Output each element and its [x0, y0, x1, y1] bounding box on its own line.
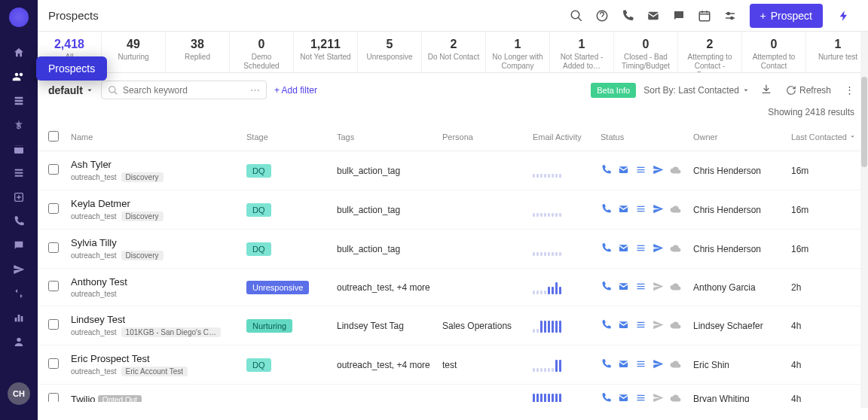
cloud-icon[interactable] — [670, 281, 681, 294]
cloud-icon[interactable] — [670, 319, 681, 333]
row-checkbox[interactable] — [48, 164, 59, 175]
table-row[interactable]: Sylvia Tillyoutreach_testDiscoveryDQbulk… — [38, 230, 868, 269]
search-icon[interactable] — [564, 4, 588, 28]
refresh-button[interactable]: Refresh — [783, 85, 834, 96]
nav-opportunities[interactable]: $ — [0, 113, 38, 137]
col-tags[interactable]: Tags — [331, 123, 436, 151]
sequence-icon[interactable] — [635, 319, 646, 333]
user-avatar[interactable]: CH — [8, 382, 30, 405]
download-icon[interactable] — [757, 83, 775, 97]
beta-badge[interactable]: Beta Info — [591, 83, 636, 98]
mail-icon[interactable] — [618, 319, 629, 333]
sequence-icon[interactable] — [635, 281, 646, 294]
nav-chat[interactable] — [0, 233, 38, 257]
mail-icon[interactable] — [618, 358, 629, 372]
scrollbar[interactable] — [860, 32, 868, 408]
cloud-icon[interactable] — [670, 242, 681, 256]
cloud-icon[interactable] — [670, 203, 681, 217]
stat-cell[interactable]: 0Closed - Bad Timing/Budget — [614, 32, 678, 72]
nav-calls[interactable] — [0, 209, 38, 233]
send-icon[interactable] — [653, 319, 664, 333]
table-row[interactable]: Lindsey Testoutreach_test101KGB - San Di… — [38, 306, 868, 345]
stat-cell[interactable]: 2Do Not Contact — [422, 32, 486, 72]
stat-cell[interactable]: 0Demo Scheduled — [230, 32, 294, 72]
calendar-icon[interactable] — [692, 4, 717, 28]
search-input-wrap[interactable]: ⋯ — [101, 81, 267, 99]
phone-icon[interactable] — [601, 164, 612, 178]
send-icon[interactable] — [653, 281, 664, 294]
stat-cell[interactable]: 1No Longer with Company — [486, 32, 550, 72]
more-icon[interactable]: ⋮ — [842, 84, 857, 96]
mail-icon[interactable] — [618, 203, 629, 217]
nav-send[interactable] — [0, 257, 38, 282]
ellipsis-icon[interactable]: ⋯ — [250, 84, 260, 96]
view-selector[interactable]: default — [48, 84, 93, 96]
send-icon[interactable] — [653, 242, 664, 256]
table-row[interactable]: Keyla Detmeroutreach_testDiscoveryDQbulk… — [38, 190, 868, 230]
search-input[interactable] — [123, 85, 246, 96]
row-checkbox[interactable] — [48, 358, 59, 369]
send-icon[interactable] — [653, 358, 664, 372]
nav-tasks[interactable] — [0, 161, 38, 185]
phone-icon[interactable] — [601, 203, 612, 217]
cloud-icon[interactable] — [670, 164, 681, 178]
send-icon[interactable] — [653, 203, 664, 217]
logo[interactable] — [9, 8, 29, 27]
row-checkbox[interactable] — [48, 319, 59, 330]
sort-selector[interactable]: Sort By: Last Contacted — [643, 85, 750, 96]
phone-icon[interactable] — [616, 4, 640, 28]
phone-icon[interactable] — [601, 242, 612, 256]
chat-icon[interactable] — [667, 4, 691, 28]
nav-user[interactable] — [0, 330, 38, 354]
phone-icon[interactable] — [601, 358, 612, 372]
nav-reports[interactable] — [0, 306, 38, 330]
col-name[interactable]: Name — [65, 123, 240, 151]
sequence-icon[interactable] — [635, 358, 646, 372]
send-icon[interactable] — [653, 392, 664, 402]
mail-icon[interactable] — [618, 392, 629, 402]
nav-templates[interactable] — [0, 185, 38, 209]
bolt-icon[interactable] — [830, 2, 857, 29]
col-last[interactable]: Last Contacted — [785, 123, 868, 151]
col-persona[interactable]: Persona — [436, 123, 527, 151]
col-email[interactable]: Email Activity — [527, 123, 594, 151]
table-row[interactable]: Anthony Testoutreach_testUnresponsiveout… — [38, 269, 868, 306]
sequence-icon[interactable] — [635, 392, 646, 402]
row-checkbox[interactable] — [48, 242, 59, 253]
stat-cell[interactable]: 1Not Started - Added to… — [550, 32, 614, 72]
select-all-checkbox[interactable] — [48, 131, 59, 142]
nav-home[interactable] — [0, 41, 38, 65]
add-filter-button[interactable]: + Add filter — [274, 85, 317, 96]
cloud-icon[interactable] — [670, 358, 681, 372]
phone-icon[interactable] — [601, 392, 612, 402]
table-row[interactable]: Ash Tyleroutreach_testDiscoveryDQbulk_ac… — [38, 151, 868, 190]
mail-icon[interactable] — [618, 281, 629, 294]
stat-cell[interactable]: 2Attempting to Contact - Bounce — [678, 32, 742, 72]
row-checkbox[interactable] — [48, 393, 59, 403]
stat-cell[interactable]: 5Unresponsive — [358, 32, 422, 72]
send-icon[interactable] — [653, 164, 664, 178]
phone-icon[interactable] — [601, 281, 612, 294]
col-stage[interactable]: Stage — [240, 123, 331, 151]
stat-cell[interactable]: 1Nurture test — [806, 32, 868, 72]
nav-accounts[interactable] — [0, 89, 38, 113]
nav-prospects[interactable] — [0, 65, 38, 89]
stat-cell[interactable]: 0Attempted to Contact — [742, 32, 806, 72]
row-checkbox[interactable] — [48, 281, 59, 291]
stat-cell[interactable]: 1,211Not Yet Started — [294, 32, 358, 72]
row-checkbox[interactable] — [48, 203, 59, 214]
sequence-icon[interactable] — [635, 242, 646, 256]
stat-cell[interactable]: 49Nurturing — [102, 32, 166, 72]
sequence-icon[interactable] — [635, 164, 646, 178]
col-status[interactable]: Status — [594, 123, 687, 151]
cloud-icon[interactable] — [670, 392, 681, 402]
nav-snippets[interactable] — [0, 282, 38, 306]
table-row[interactable]: Eric Prospect Testoutreach_testEric Acco… — [38, 345, 868, 385]
help-icon[interactable] — [590, 4, 614, 28]
add-prospect-button[interactable]: +Prospect — [750, 4, 823, 28]
sequence-icon[interactable] — [635, 203, 646, 217]
phone-icon[interactable] — [601, 319, 612, 333]
col-owner[interactable]: Owner — [687, 123, 785, 151]
mail-icon[interactable] — [618, 242, 629, 256]
settings-icon[interactable] — [718, 4, 742, 28]
